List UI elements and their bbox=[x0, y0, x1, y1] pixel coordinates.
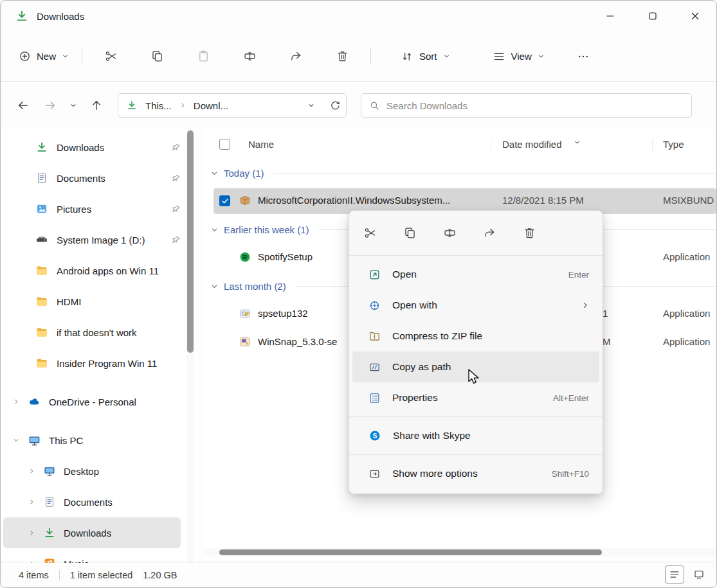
context-menu-item-properties[interactable]: Properties Alt+Enter bbox=[352, 382, 599, 413]
delete-button[interactable] bbox=[522, 222, 537, 243]
sidebar-item-if-that-doesnt-work[interactable]: if that doesn't work bbox=[3, 317, 181, 348]
chevron-right-icon[interactable] bbox=[28, 468, 35, 474]
copy-button[interactable] bbox=[402, 222, 417, 243]
rename-button[interactable] bbox=[235, 43, 264, 70]
sidebar-item-label: Documents bbox=[57, 173, 105, 184]
rename-button[interactable] bbox=[442, 222, 457, 243]
toolbar-divider bbox=[82, 48, 82, 65]
chevron-right-icon[interactable] bbox=[28, 530, 35, 536]
new-button[interactable]: New bbox=[11, 44, 77, 68]
pin-icon bbox=[172, 174, 181, 183]
sidebar-item-desktop[interactable]: Desktop bbox=[3, 456, 181, 486]
menu-item-label: Show more options bbox=[392, 468, 478, 479]
details-view-button[interactable] bbox=[665, 566, 684, 584]
paste-icon bbox=[197, 49, 210, 63]
forward-button[interactable] bbox=[37, 93, 64, 118]
sidebar-scrollbar-thumb[interactable] bbox=[187, 130, 194, 353]
breadcrumb-this-pc[interactable]: This... bbox=[143, 99, 174, 112]
context-menu-item-show-more-options[interactable]: Show more options Shift+F10 bbox=[352, 458, 599, 489]
horizontal-scrollbar-thumb[interactable] bbox=[219, 549, 602, 555]
open-with-icon bbox=[368, 299, 381, 312]
properties-icon bbox=[368, 392, 381, 404]
sidebar-item-documents-pinned[interactable]: Documents bbox=[3, 163, 181, 193]
zip-folder-icon bbox=[368, 330, 381, 343]
pin-icon bbox=[172, 143, 181, 152]
sidebar-item-android-apps[interactable]: Android apps on Win 11 bbox=[3, 255, 181, 286]
file-name: WinSnap_5.3.0-se bbox=[258, 336, 337, 347]
back-button[interactable] bbox=[10, 93, 37, 118]
copy-button[interactable] bbox=[142, 43, 172, 70]
view-button[interactable]: View bbox=[485, 44, 552, 69]
search-input[interactable] bbox=[386, 100, 684, 111]
context-menu-item-open[interactable]: Open Enter bbox=[352, 259, 599, 290]
up-button[interactable] bbox=[83, 93, 110, 118]
context-menu-item-share-with-skype[interactable]: S Share with Skype bbox=[352, 420, 599, 451]
chevron-right-icon[interactable] bbox=[12, 398, 20, 405]
search-box[interactable] bbox=[361, 93, 692, 118]
sidebar-item-music[interactable]: Music bbox=[3, 548, 181, 563]
group-header-today[interactable]: Today (1) bbox=[203, 159, 716, 187]
column-header-name[interactable]: Name bbox=[248, 139, 274, 150]
menu-item-label: Compress to ZIP file bbox=[392, 330, 482, 342]
sidebar-item-pictures-pinned[interactable]: Pictures bbox=[3, 193, 181, 224]
sidebar-item-this-pc[interactable]: This PC bbox=[3, 425, 181, 456]
selection-count: 1 item selected bbox=[70, 570, 133, 580]
context-menu-item-copy-as-path[interactable]: Copy as path bbox=[352, 352, 599, 382]
column-divider[interactable] bbox=[652, 139, 653, 153]
menu-item-shortcut: Alt+Enter bbox=[553, 393, 589, 403]
paste-button[interactable] bbox=[188, 43, 218, 70]
recent-locations-button[interactable] bbox=[64, 93, 83, 118]
sidebar-item-downloads-selected[interactable]: Downloads bbox=[3, 517, 181, 548]
sidebar-item-downloads-pinned[interactable]: Downloads bbox=[3, 132, 181, 163]
context-menu-item-compress-to-zip[interactable]: Compress to ZIP file bbox=[352, 321, 599, 352]
menu-item-shortcut: Enter bbox=[568, 270, 589, 280]
skype-icon: S bbox=[368, 429, 381, 442]
trash-icon bbox=[336, 49, 349, 63]
items-count: 4 items bbox=[19, 570, 49, 580]
delete-button[interactable] bbox=[327, 43, 357, 70]
chevron-right-icon[interactable] bbox=[28, 499, 35, 505]
sidebar-item-label: Desktop bbox=[64, 466, 99, 477]
search-icon bbox=[369, 100, 380, 111]
column-divider[interactable] bbox=[491, 139, 491, 153]
copy-icon bbox=[403, 226, 417, 240]
breadcrumb-downloads[interactable]: Downl... bbox=[192, 99, 230, 112]
more-options-button[interactable] bbox=[570, 43, 596, 70]
share-button[interactable] bbox=[482, 222, 497, 243]
refresh-button[interactable] bbox=[330, 100, 341, 111]
cut-button[interactable] bbox=[362, 222, 377, 243]
window-title: Downloads bbox=[37, 11, 84, 22]
onedrive-icon bbox=[28, 395, 41, 409]
group-label: Earlier this week (1) bbox=[224, 224, 309, 235]
column-header-type[interactable]: Type bbox=[663, 139, 684, 150]
pin-icon bbox=[172, 235, 181, 244]
cut-icon bbox=[363, 226, 377, 240]
sort-button[interactable]: Sort bbox=[393, 44, 458, 69]
sidebar-item-insider-program[interactable]: Insider Program Win 11 bbox=[3, 348, 181, 379]
sidebar-item-onedrive[interactable]: OneDrive - Personal bbox=[3, 386, 181, 417]
close-button[interactable] bbox=[674, 1, 716, 31]
select-all-checkbox[interactable] bbox=[219, 139, 230, 150]
context-menu-item-open-with[interactable]: Open with bbox=[352, 290, 599, 321]
sidebar-item-documents[interactable]: Documents bbox=[3, 486, 181, 517]
chevron-down-icon[interactable] bbox=[12, 437, 20, 443]
sidebar-item-hdmi[interactable]: HDMI bbox=[3, 286, 181, 317]
downloads-icon bbox=[35, 141, 48, 154]
address-bar[interactable]: This... Downl... bbox=[118, 93, 347, 118]
maximize-button[interactable] bbox=[631, 1, 674, 31]
sidebar-item-system-image-drive[interactable]: System Image 1 (D:) bbox=[3, 224, 181, 255]
column-header-date-modified[interactable]: Date modified bbox=[502, 139, 562, 150]
minimize-button[interactable] bbox=[589, 1, 631, 31]
pin-icon bbox=[172, 204, 181, 213]
share-icon bbox=[483, 226, 496, 240]
chevron-down-icon bbox=[538, 53, 545, 60]
context-menu: Open Enter Open with Compress to ZIP fil… bbox=[349, 210, 603, 494]
rename-icon bbox=[243, 49, 257, 63]
chevron-down-icon bbox=[211, 283, 218, 290]
address-dropdown-button[interactable] bbox=[307, 102, 315, 109]
share-button[interactable] bbox=[281, 43, 311, 70]
cut-button[interactable] bbox=[96, 43, 125, 70]
large-icons-view-button[interactable] bbox=[689, 566, 709, 584]
folder-icon bbox=[35, 357, 48, 370]
row-checkbox-checked[interactable] bbox=[219, 195, 230, 206]
